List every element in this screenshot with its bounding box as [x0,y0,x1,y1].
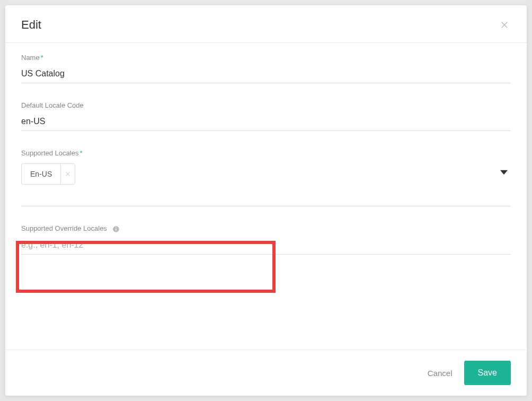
locale-tag: En-US [21,163,75,185]
required-star: * [79,149,82,157]
name-input[interactable] [21,67,511,83]
locale-tag-text: En-US [22,164,60,184]
dialog-title: Edit [21,18,41,32]
dialog-header: Edit [5,5,527,43]
required-star: * [41,54,43,62]
remove-tag-icon[interactable] [60,164,75,184]
close-icon[interactable] [498,19,511,31]
override-locales-field-group: Supported Override Locales [21,224,511,255]
name-label: Name* [21,54,511,62]
svg-marker-4 [500,170,508,175]
info-icon[interactable] [112,225,120,233]
dialog-body: Name* Default Locale Code Supported Loca… [5,43,527,350]
svg-point-7 [116,227,117,228]
override-locales-label: Supported Override Locales [21,224,511,233]
default-locale-label: Default Locale Code [21,101,511,109]
override-locales-input[interactable] [21,238,511,255]
chevron-down-icon[interactable] [500,168,508,177]
default-locale-field-group: Default Locale Code [21,101,511,131]
name-field-group: Name* [21,54,511,83]
save-button[interactable]: Save [464,361,511,385]
dialog-footer: Cancel Save [5,350,527,396]
edit-dialog: Edit Name* Default Locale Code Supported… [5,5,527,396]
cancel-button[interactable]: Cancel [428,369,453,378]
default-locale-input[interactable] [21,115,511,131]
supported-locales-field-group: Supported Locales* En-US [21,149,511,206]
supported-locales-label: Supported Locales* [21,149,511,157]
supported-locales-multiselect[interactable]: En-US [21,162,511,206]
svg-rect-6 [116,228,116,230]
